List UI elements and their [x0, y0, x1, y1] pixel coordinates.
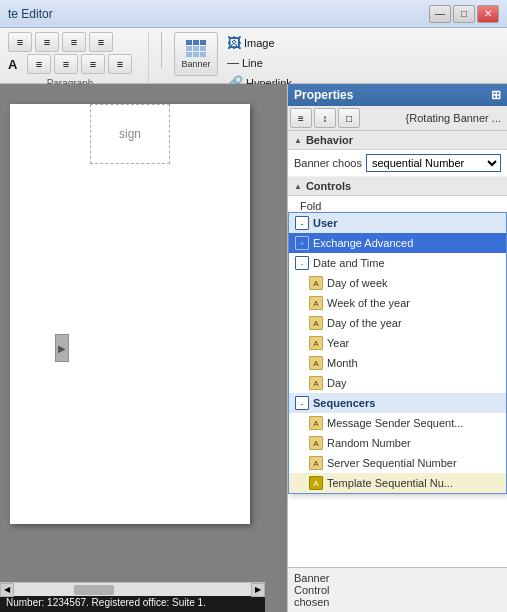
- props-tool-3[interactable]: □: [338, 108, 360, 128]
- properties-header: Properties ⊞: [288, 84, 507, 106]
- align-btn-2[interactable]: ≡: [54, 54, 78, 74]
- week-of-year-label: Week of the year: [327, 297, 410, 309]
- maximize-button[interactable]: □: [453, 5, 475, 23]
- message-sender-item[interactable]: A Message Sender Sequent...: [289, 413, 506, 433]
- date-time-item[interactable]: - Date and Time: [289, 253, 506, 273]
- server-sequential-label: Server Sequential Number: [327, 457, 457, 469]
- day-icon: A: [309, 376, 323, 390]
- title-bar: te Editor — □ ✕: [0, 0, 507, 28]
- placeholder-box: sign: [90, 104, 170, 164]
- day-of-week-icon: A: [309, 276, 323, 290]
- random-number-item[interactable]: A Random Number: [289, 433, 506, 453]
- list-btn-2[interactable]: ≡: [35, 32, 59, 52]
- scroll-right-btn[interactable]: ▶: [251, 583, 265, 597]
- align-btn-4[interactable]: ≡: [108, 54, 132, 74]
- year-label: Year: [327, 337, 349, 349]
- week-of-year-icon: A: [309, 296, 323, 310]
- month-icon: A: [309, 356, 323, 370]
- date-time-icon: -: [295, 256, 309, 270]
- behavior-section-header: ▲ Behavior: [288, 131, 507, 150]
- ribbon: ≡ ≡ ≡ ≡ A ≡ ≡ ≡ ≡ Paragraph: [0, 28, 507, 84]
- day-of-year-icon: A: [309, 316, 323, 330]
- paragraph-row-1: ≡ ≡ ≡ ≡: [8, 32, 132, 52]
- properties-tree: ▲ Behavior Banner choos sequential Numbe…: [288, 131, 507, 567]
- image-button[interactable]: 🖼 Image: [224, 34, 295, 52]
- controls-triangle: ▲: [294, 182, 302, 191]
- minimize-button[interactable]: —: [429, 5, 451, 23]
- user-collapse-icon: -: [295, 216, 309, 230]
- day-item[interactable]: A Day: [289, 373, 506, 393]
- table-label: Banner: [181, 59, 210, 69]
- sequencers-section-header[interactable]: - Sequencers: [289, 393, 506, 413]
- paragraph-row-2: A ≡ ≡ ≡ ≡: [8, 54, 132, 74]
- template-sequential-item[interactable]: A Template Sequential Nu...: [289, 473, 506, 493]
- chosen-bottom-row: chosen: [294, 596, 501, 608]
- banner-bottom-row: Banner: [294, 572, 501, 584]
- scroll-thumb[interactable]: [74, 585, 114, 595]
- year-item[interactable]: A Year: [289, 333, 506, 353]
- align-btn-1[interactable]: ≡: [27, 54, 51, 74]
- exchange-advanced-item[interactable]: + Exchange Advanced: [289, 233, 506, 253]
- align-btn-3[interactable]: ≡: [81, 54, 105, 74]
- h-scrollbar[interactable]: ◀ ▶: [0, 582, 265, 596]
- template-sequential-label: Template Sequential Nu...: [327, 477, 453, 489]
- controls-section-header: ▲ Controls: [288, 177, 507, 196]
- list-btn-1[interactable]: ≡: [8, 32, 32, 52]
- behavior-label: Behavior: [306, 134, 353, 146]
- dropdown-menu: - User + Exchange Advanced - Date and Ti…: [288, 212, 507, 494]
- table-button[interactable]: Banner: [174, 32, 218, 76]
- server-sequential-icon: A: [309, 456, 323, 470]
- sequencers-collapse-icon: -: [295, 396, 309, 410]
- sequencers-label: Sequencers: [313, 397, 375, 409]
- exchange-advanced-label: Exchange Advanced: [313, 237, 413, 249]
- date-time-label: Date and Time: [313, 257, 385, 269]
- status-text: Number: 1234567. Registered office: Suit…: [6, 597, 206, 608]
- editor-canvas: sign: [10, 104, 250, 524]
- template-sequential-icon: A: [309, 476, 323, 490]
- user-section-header[interactable]: - User: [289, 213, 506, 233]
- properties-title: Properties: [294, 88, 353, 102]
- control-bottom-row: Control: [294, 584, 501, 596]
- properties-toolbar: ≡ ↕ □ {Rotating Banner ...: [288, 106, 507, 131]
- editor-area: sign Number: 1234567. Registered office:…: [0, 84, 287, 612]
- properties-bottom: Banner Control chosen: [288, 567, 507, 612]
- ribbon-sep-1: [161, 32, 162, 68]
- scroll-left-btn[interactable]: ◀: [0, 583, 14, 597]
- message-sender-icon: A: [309, 416, 323, 430]
- properties-panel: Properties ⊞ ≡ ↕ □ {Rotating Banner ... …: [287, 84, 507, 612]
- sequential-number-select[interactable]: sequential Number: [366, 154, 501, 172]
- behavior-triangle: ▲: [294, 136, 302, 145]
- main-area: sign Number: 1234567. Registered office:…: [0, 84, 507, 612]
- week-of-year-item[interactable]: A Week of the year: [289, 293, 506, 313]
- title-bar-text: te Editor: [8, 7, 53, 21]
- table-icon: [186, 40, 206, 57]
- chosen-bottom-label: chosen: [294, 596, 329, 608]
- list-btn-3[interactable]: ≡: [62, 32, 86, 52]
- list-btn-4[interactable]: ≡: [89, 32, 113, 52]
- font-a-icon: A: [8, 57, 24, 72]
- day-of-year-label: Day of the year: [327, 317, 402, 329]
- collapse-panel-button[interactable]: ▶: [55, 334, 69, 362]
- props-tool-1[interactable]: ≡: [290, 108, 312, 128]
- exchange-expand-icon: +: [295, 236, 309, 250]
- day-of-week-item[interactable]: A Day of week: [289, 273, 506, 293]
- controls-label: Controls: [306, 180, 351, 192]
- user-label: User: [313, 217, 337, 229]
- close-button[interactable]: ✕: [477, 5, 499, 23]
- day-of-week-label: Day of week: [327, 277, 388, 289]
- pin-icon[interactable]: ⊞: [491, 88, 501, 102]
- month-item[interactable]: A Month: [289, 353, 506, 373]
- server-sequential-item[interactable]: A Server Sequential Number: [289, 453, 506, 473]
- ribbon-group-paragraph: ≡ ≡ ≡ ≡ A ≡ ≡ ≡ ≡ Paragraph: [8, 32, 149, 89]
- day-of-year-item[interactable]: A Day of the year: [289, 313, 506, 333]
- banner-bottom-label: Banner: [294, 572, 329, 584]
- image-icon: 🖼: [227, 35, 241, 51]
- random-number-icon: A: [309, 436, 323, 450]
- banner-rotating-label: {Rotating Banner ...: [362, 112, 505, 124]
- title-bar-buttons: — □ ✕: [429, 5, 499, 23]
- year-icon: A: [309, 336, 323, 350]
- control-bottom-label: Control: [294, 584, 329, 596]
- line-button[interactable]: — Line: [224, 55, 295, 71]
- props-tool-2[interactable]: ↕: [314, 108, 336, 128]
- message-sender-label: Message Sender Sequent...: [327, 417, 463, 429]
